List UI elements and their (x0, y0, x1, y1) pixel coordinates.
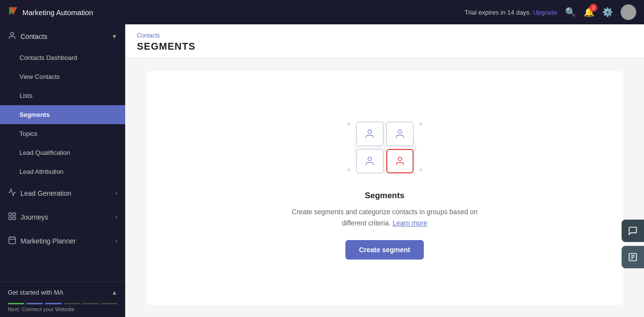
svg-point-2 (11, 32, 14, 35)
svg-point-13 (368, 157, 371, 161)
breadcrumb[interactable]: Contacts (137, 32, 632, 39)
sidebar-lead-generation-section[interactable]: Lead Generation › (0, 181, 125, 205)
seg-box-2 (386, 122, 414, 146)
get-started-header[interactable]: Get started with MA ▲ (0, 282, 125, 303)
plus-icon-br: + (418, 166, 422, 173)
content-body: + + + + (125, 58, 644, 317)
seg-box-3 (356, 149, 383, 173)
progress-segment-5 (82, 303, 99, 304)
progress-segment-6 (101, 303, 117, 304)
seg-box-4-highlighted (386, 149, 414, 173)
chat-button-1[interactable] (622, 220, 644, 242)
person-icon-3 (364, 155, 376, 167)
sidebar-item-view-contacts[interactable]: View Contacts (0, 67, 125, 86)
notification-badge: 3 (589, 4, 597, 12)
seg-grid-wrapper (356, 122, 414, 173)
segments-grid (356, 122, 414, 173)
get-started-chevron-icon: ▲ (112, 289, 117, 296)
sidebar-item-segments[interactable]: Segments (0, 105, 125, 124)
sidebar-contacts-section[interactable]: Contacts ▼ (0, 24, 125, 48)
app-title: Marketing Automation (22, 8, 93, 17)
sidebar-item-lists[interactable]: Lists (0, 86, 125, 105)
svg-point-14 (398, 157, 401, 161)
lead-generation-label: Lead Generation (20, 189, 71, 197)
content-area: Contacts SEGMENTS + + + + (125, 24, 644, 317)
svg-rect-7 (9, 237, 16, 244)
svg-rect-5 (13, 217, 16, 220)
progress-segment-1 (8, 303, 24, 304)
app-logo-icon (8, 6, 19, 19)
plus-icon-tr: + (418, 120, 422, 128)
get-started-label: Get started with MA (8, 289, 63, 296)
create-segment-button[interactable]: Create segment (345, 240, 424, 260)
learn-more-link[interactable]: Learn more (393, 219, 428, 227)
sidebar: Contacts ▼ Contacts Dashboard View Conta… (0, 24, 125, 317)
sidebar-item-lead-attribution[interactable]: Lead Attribution (0, 162, 125, 181)
chat-button-2[interactable] (622, 246, 644, 268)
segments-empty-state: + + + + (146, 71, 624, 305)
sidebar-item-topics[interactable]: Topics (0, 124, 125, 143)
notification-icon[interactable]: 🔔 3 (584, 7, 594, 18)
seg-box-1 (356, 122, 383, 146)
lead-gen-chevron-icon: › (115, 190, 117, 197)
progress-bar (0, 303, 125, 306)
person-icon-2 (394, 128, 406, 140)
journeys-icon (8, 212, 17, 222)
header-left: Marketing Automation (8, 6, 93, 19)
settings-icon[interactable]: ⚙️ (602, 7, 613, 18)
lead-generation-icon (8, 188, 17, 198)
svg-rect-6 (9, 217, 11, 220)
contacts-chevron-icon: ▼ (112, 33, 117, 40)
main-layout: Contacts ▼ Contacts Dashboard View Conta… (0, 24, 644, 317)
contacts-section-icon (8, 31, 17, 41)
svg-point-11 (368, 130, 371, 133)
svg-rect-3 (9, 213, 11, 215)
sidebar-item-contacts-dashboard[interactable]: Contacts Dashboard (0, 48, 125, 67)
marketing-planner-icon (8, 236, 17, 246)
person-icon-4 (394, 155, 406, 167)
app-header: Marketing Automation Trial expires in 14… (0, 0, 644, 24)
header-right: Trial expires in 14 days. Upgrade 🔍 🔔 3 … (465, 4, 636, 20)
journeys-label: Journeys (20, 213, 48, 221)
upgrade-link[interactable]: Upgrade (533, 9, 557, 16)
avatar[interactable] (621, 4, 636, 20)
progress-segment-2 (26, 303, 43, 304)
page-title: SEGMENTS (137, 41, 632, 52)
marketing-planner-label: Marketing Planner (20, 237, 76, 245)
content-header: Contacts SEGMENTS (125, 24, 644, 58)
progress-segment-4 (64, 303, 80, 304)
get-started-section: Get started with MA ▲ Next: Connect your… (0, 281, 125, 317)
plus-icon-bl: + (347, 166, 351, 173)
progress-segment-3 (45, 303, 61, 304)
next-step-label: Next: Connect your Website (0, 306, 125, 317)
marketing-planner-chevron-icon: › (115, 238, 117, 244)
segments-empty-title: Segments (365, 191, 404, 201)
sidebar-item-lead-qualification[interactable]: Lead Qualification (0, 143, 125, 162)
journeys-chevron-icon: › (115, 214, 117, 221)
chat-widget (622, 220, 644, 268)
svg-rect-4 (13, 213, 16, 215)
sidebar-marketing-planner-section[interactable]: Marketing Planner › (0, 229, 125, 253)
contacts-section-label: Contacts (20, 33, 47, 40)
trial-notice: Trial expires in 14 days. Upgrade (465, 9, 557, 16)
plus-icon-tl: + (347, 120, 351, 128)
search-icon[interactable]: 🔍 (565, 7, 576, 18)
person-icon-1 (364, 128, 376, 140)
segments-illustration: + + + + (346, 116, 424, 179)
segments-description: Create segments and categorize contacts … (283, 206, 487, 228)
svg-point-12 (398, 130, 401, 133)
sidebar-journeys-section[interactable]: Journeys › (0, 205, 125, 229)
